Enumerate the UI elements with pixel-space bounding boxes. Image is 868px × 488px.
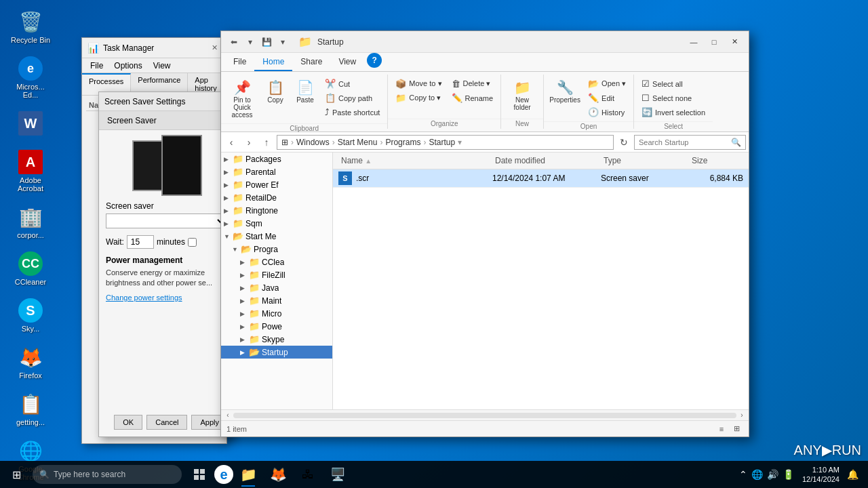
minimize-btn[interactable]: — <box>685 33 703 51</box>
close-btn[interactable]: ✕ <box>726 33 743 51</box>
file-row-scr[interactable]: S .scr 12/14/2024 1:07 AM Screen saver 6… <box>333 169 749 188</box>
scroll-track[interactable] <box>233 413 736 418</box>
breadcrumb-startup[interactable]: Startup <box>429 138 455 147</box>
tree-skype[interactable]: ▶ 📁 Skype <box>221 333 332 346</box>
edit-btn[interactable]: ✏️ Edit <box>585 92 629 104</box>
paste-btn[interactable]: 📄 Paste <box>292 77 319 106</box>
taskbar-network[interactable]: 🖧 <box>293 461 323 488</box>
tree-progra[interactable]: ▼ 📂 Progra <box>221 243 332 256</box>
wait-checkbox[interactable] <box>188 238 197 247</box>
screensaver-ok-btn[interactable]: OK <box>114 415 142 430</box>
tree-packages[interactable]: ▶ 📁 Packages <box>221 152 332 165</box>
rename-btn[interactable]: ✏️ Rename <box>448 92 497 104</box>
move-to-btn[interactable]: 📦 Move to ▾ <box>392 77 445 90</box>
breadcrumb-windows-text[interactable]: Windows <box>296 138 330 147</box>
ribbon-tab-home[interactable]: Home <box>254 53 292 71</box>
invert-selection-btn[interactable]: 🔄 Invert selection <box>638 106 709 119</box>
nav-back-btn[interactable]: ‹ <box>224 135 239 150</box>
start-button[interactable]: ⊞ <box>0 461 33 488</box>
taskbar-remote[interactable]: 🖥️ <box>323 461 353 488</box>
breadcrumb-startmenu[interactable]: Start Menu <box>338 138 378 147</box>
change-power-link[interactable]: Change power settings <box>106 293 182 302</box>
qat-dropdown[interactable]: ▾ <box>243 35 258 49</box>
cut-btn[interactable]: ✂️ Cut <box>321 77 383 90</box>
qat-back[interactable]: ⬅ <box>226 35 241 49</box>
tm-menu-file[interactable]: File <box>85 60 108 72</box>
ribbon-tab-file[interactable]: File <box>225 53 254 71</box>
tiles-view-btn[interactable]: ⊞ <box>730 423 743 435</box>
tree-sqm[interactable]: ▶ 📁 Sqm <box>221 217 332 230</box>
wait-input[interactable] <box>127 235 154 249</box>
properties-btn[interactable]: 🔧 Properties <box>548 77 582 106</box>
search-box[interactable]: 🔍 <box>634 135 746 150</box>
notification-btn[interactable]: 🔔 <box>842 461 863 488</box>
taskbar-fileexplorer[interactable]: 📁 <box>233 461 263 488</box>
ribbon-tab-share[interactable]: Share <box>292 53 330 71</box>
tree-startme[interactable]: ▼ 📂 Start Me <box>221 230 332 243</box>
tm-menu-view[interactable]: View <box>148 60 176 72</box>
taskbar-edge[interactable]: e <box>214 465 233 484</box>
task-manager-close-btn[interactable]: ✕ <box>208 41 221 55</box>
taskbar-taskview[interactable] <box>184 461 214 488</box>
screensaver-tab[interactable]: Screen Saver <box>99 111 233 130</box>
screensaver-cancel-btn[interactable]: Cancel <box>146 415 187 430</box>
delete-btn[interactable]: 🗑 Delete ▾ <box>448 77 497 90</box>
horizontal-scrollbar[interactable]: ‹ › <box>221 409 749 420</box>
col-size[interactable]: Size <box>689 155 743 167</box>
scroll-right-btn[interactable]: › <box>736 411 747 420</box>
screensaver-dropdown[interactable] <box>106 214 226 228</box>
tree-filezill[interactable]: ▶ 📁 FileZill <box>221 268 332 281</box>
refresh-btn[interactable]: ↻ <box>616 135 631 150</box>
tray-volume-icon[interactable]: 🔊 <box>767 469 778 480</box>
copy-btn[interactable]: 📋 Copy <box>262 77 289 106</box>
breadcrumb-programs[interactable]: Programs <box>385 138 420 147</box>
tree-retailde[interactable]: ▶ 📁 RetailDe <box>221 191 332 204</box>
qat-save[interactable]: 💾 <box>259 35 274 49</box>
tree-cclea[interactable]: ▶ 📁 CClea <box>221 256 332 268</box>
help-btn[interactable]: ? <box>367 53 382 68</box>
col-date[interactable]: Date modified <box>492 155 601 167</box>
new-folder-btn[interactable]: 📁 Newfolder <box>505 77 539 113</box>
tree-poweref[interactable]: ▶ 📁 Power Ef <box>221 178 332 191</box>
copy-to-btn[interactable]: 📁 Copy to ▾ <box>392 92 445 104</box>
desktop-icon-skype[interactable]: S Sky... <box>7 296 54 336</box>
tree-micro[interactable]: ▶ 📁 Micro <box>221 307 332 320</box>
col-type[interactable]: Type <box>601 155 689 167</box>
scroll-left-btn[interactable]: ‹ <box>222 411 233 420</box>
desktop-icon-word[interactable]: W <box>7 108 54 140</box>
breadcrumb-windows[interactable]: ⊞ <box>281 138 288 147</box>
address-path[interactable]: ⊞ › Windows › Start Menu › Programs › St… <box>277 135 614 150</box>
open-btn[interactable]: 📂 Open ▾ <box>585 77 629 90</box>
tree-parental[interactable]: ▶ 📁 Parental <box>221 165 332 178</box>
pin-to-quick-access-btn[interactable]: 📌 Pin to Quickaccess <box>225 77 259 121</box>
desktop-icon-ccleaner[interactable]: CC CCleaner <box>7 249 54 289</box>
paste-shortcut-btn[interactable]: ⤴ Paste shortcut <box>321 106 383 119</box>
tm-menu-options[interactable]: Options <box>108 60 147 72</box>
taskbar-firefox[interactable]: 🦊 <box>263 461 293 488</box>
tree-java[interactable]: ▶ 📁 Java <box>221 281 332 294</box>
maximize-btn[interactable]: □ <box>705 33 723 51</box>
tray-chevron[interactable]: ⌃ <box>739 469 747 480</box>
copy-path-btn[interactable]: 📋 Copy path <box>321 92 383 104</box>
desktop-icon-acrobat[interactable]: A AdobeAcrobat <box>7 147 54 195</box>
taskbar-search[interactable]: 🔍 Type here to search <box>33 465 182 484</box>
select-none-btn[interactable]: ☐ Select none <box>638 92 709 104</box>
tree-startup[interactable]: ▶ 📂 Startup <box>221 346 332 359</box>
desktop-icon-firefox[interactable]: 🦊 Firefox <box>7 342 54 382</box>
desktop-icon-recycle-bin[interactable]: 🗑️ Recycle Bin <box>7 7 54 47</box>
desktop-icon-corporate[interactable]: 🏢 corpor... <box>7 202 54 242</box>
tree-powe[interactable]: ▶ 📁 Powe <box>221 320 332 333</box>
tree-maint[interactable]: ▶ 📁 Maint <box>221 294 332 307</box>
search-input[interactable] <box>639 138 728 146</box>
qat-customize[interactable]: ▾ <box>275 35 290 49</box>
nav-up-btn[interactable]: ↑ <box>259 135 274 150</box>
details-view-btn[interactable]: ≡ <box>715 423 728 435</box>
select-all-btn[interactable]: ☑ Select all <box>638 77 709 90</box>
ribbon-tab-view[interactable]: View <box>330 53 364 71</box>
col-name[interactable]: Name ▲ <box>338 155 492 167</box>
desktop-icon-getting[interactable]: 📋 getting... <box>7 389 54 429</box>
tray-network-icon[interactable]: 🌐 <box>751 469 763 480</box>
desktop-icon-edge[interactable]: e Micros...Ed... <box>7 54 54 102</box>
tree-ringtone[interactable]: ▶ 📁 Ringtone <box>221 204 332 217</box>
nav-forward-btn[interactable]: › <box>241 135 256 150</box>
